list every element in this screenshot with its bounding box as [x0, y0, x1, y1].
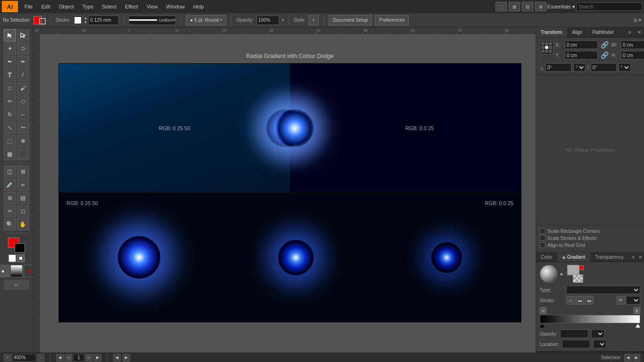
reverse-gradient-btn[interactable]: ⇄ — [540, 307, 546, 314]
tab-pathfinder[interactable]: Pathfinder — [587, 27, 619, 37]
more-options-icon[interactable]: ▾ — [639, 17, 641, 23]
reflect-tool[interactable]: ↔ — [17, 108, 29, 121]
blend-tool[interactable]: ∞ — [17, 179, 29, 191]
w-input[interactable] — [621, 41, 644, 49]
stroke-type-dropdown[interactable]: ▾ — [173, 18, 175, 22]
page-input[interactable] — [73, 354, 84, 362]
menu-object[interactable]: Object — [55, 2, 78, 11]
gradient-panel-close[interactable]: ✕ — [636, 255, 644, 260]
gradient-opacity-input[interactable] — [560, 329, 588, 338]
stroke-btn-1[interactable]: ▭ — [566, 296, 575, 304]
document-setup-button[interactable]: Document Setup — [329, 15, 372, 25]
gradient-tool[interactable]: ◫ — [4, 165, 16, 178]
column-graph-tool[interactable]: ▤ — [17, 192, 29, 204]
gradient-bar[interactable] — [540, 315, 640, 323]
tab-transform[interactable]: Transform — [536, 27, 567, 37]
stroke-down-btn[interactable]: ▼ — [83, 20, 87, 25]
mode-icon-3[interactable]: ⊟ — [522, 2, 533, 11]
tab-color[interactable]: Color — [536, 253, 557, 262]
canvas-area[interactable]: Radial Gradient with Colour Dodge RGB: 0… — [33, 27, 536, 362]
panel-toggle-icon[interactable]: ≡ — [634, 16, 637, 24]
preferences-button[interactable]: Preferences — [375, 15, 409, 25]
opacity-input[interactable] — [256, 16, 279, 25]
graph-tool[interactable]: ▦ — [4, 148, 16, 160]
menu-select[interactable]: Select — [98, 2, 120, 11]
angle2-input[interactable] — [591, 63, 617, 72]
stroke-color-box[interactable] — [15, 243, 25, 253]
stroke-value-input[interactable] — [88, 16, 119, 25]
next-artboard-btn[interactable]: ▶ — [123, 354, 130, 362]
menu-help[interactable]: Help — [190, 2, 208, 11]
zoom-out-btn[interactable]: - — [37, 354, 44, 362]
none-mode-box[interactable]: ⊘ — [24, 265, 33, 277]
link-icon[interactable]: 🔗 — [600, 41, 610, 49]
symbol-sprayer-tool[interactable]: ⊛ — [4, 192, 16, 204]
gradient-angle-select[interactable] — [626, 296, 640, 304]
link-icon-2[interactable]: 🔗 — [600, 51, 610, 59]
line-tool[interactable]: / — [17, 69, 29, 81]
stroke-btn-3[interactable]: ▬ — [585, 296, 594, 304]
scale-tool[interactable]: ⤡ — [4, 122, 16, 134]
search-input[interactable] — [576, 2, 642, 11]
bridge-icon[interactable]: ⊛ — [535, 2, 546, 11]
blob-brush-tool[interactable]: ⬭ — [17, 95, 29, 107]
transform-panel-menu[interactable]: ≡ — [625, 28, 635, 37]
mode-icon-1[interactable]: ⬚ — [495, 2, 507, 11]
status-left-btn[interactable]: ◀ — [624, 354, 632, 362]
default-colors-icon[interactable] — [17, 255, 25, 262]
menu-window[interactable]: Window — [163, 2, 189, 11]
stroke-up-btn[interactable]: ▲ — [83, 16, 87, 20]
paintbrush-tool[interactable]: 🖌 — [17, 82, 29, 94]
essentials-button[interactable]: Essentials ▾ — [547, 4, 575, 10]
gradient-arrow-icon[interactable]: ▸ — [561, 271, 563, 277]
pen-tool[interactable]: ✒ — [4, 56, 16, 68]
magic-wand-tool[interactable]: ✦ — [4, 42, 16, 55]
scale-strokes-checkbox[interactable] — [540, 235, 545, 241]
mesh-tool[interactable]: ⊞ — [17, 165, 29, 178]
pencil-tool[interactable]: ✏ — [4, 95, 16, 107]
gradient-panel-menu[interactable]: ≡ — [630, 255, 636, 260]
scale-rect-corners-checkbox[interactable] — [540, 228, 545, 234]
angle1-unit[interactable]: ° — [573, 63, 586, 72]
menu-view[interactable]: View — [143, 2, 162, 11]
gradient-location-input[interactable] — [562, 340, 590, 348]
gradient-mode-box[interactable] — [10, 265, 23, 277]
x-input[interactable] — [565, 41, 598, 49]
eraser-tool[interactable]: ◻ — [17, 205, 29, 217]
change-screen-mode-btn[interactable]: ▭ — [4, 280, 29, 289]
h-input[interactable] — [621, 51, 644, 59]
tab-align[interactable]: Align — [567, 27, 587, 37]
delete-gradient-btn[interactable]: 🗑 — [634, 307, 640, 314]
fill-stroke-stack[interactable] — [8, 238, 25, 253]
last-page-btn[interactable]: ▷ — [85, 354, 93, 362]
direct-select-tool[interactable] — [17, 29, 29, 41]
opacity-unit-select[interactable] — [591, 329, 604, 338]
style-dropdown[interactable]: ▾ — [308, 15, 319, 25]
gradient-type-select[interactable] — [566, 286, 640, 294]
slice-tool[interactable]: ✂ — [4, 205, 16, 217]
mode-icon-2[interactable]: ⊞ — [509, 2, 520, 11]
zoom-in-btn[interactable]: + — [4, 354, 11, 362]
free-transform-tool[interactable]: ⬚ — [4, 135, 16, 147]
artboard-tool[interactable]: ⬛ — [17, 148, 29, 160]
stroke-round-btn[interactable]: ● 5 pt. Round ▾ — [186, 15, 226, 25]
angle1-input[interactable] — [545, 63, 571, 72]
gradient-stop-left[interactable] — [540, 324, 545, 328]
normal-mode-box[interactable]: ■ — [0, 265, 9, 277]
transform-anchor-grid[interactable] — [540, 41, 553, 55]
rotate-tool[interactable]: ↻ — [4, 108, 16, 121]
menu-file[interactable]: File — [21, 2, 37, 11]
gradient-sphere-preview[interactable] — [540, 265, 558, 283]
type-tool[interactable]: T — [4, 69, 16, 81]
hand-tool[interactable]: ✋ — [17, 218, 29, 230]
color-swatch-area[interactable] — [566, 265, 584, 283]
shape-builder-tool[interactable]: ⊕ — [17, 135, 29, 147]
artboard-area[interactable]: Radial Gradient with Colour Dodge RGB: 0… — [40, 34, 536, 362]
first-page-btn[interactable]: ◁ — [65, 354, 72, 362]
align-pixel-checkbox[interactable] — [540, 242, 545, 248]
menu-edit[interactable]: Edit — [38, 2, 54, 11]
location-unit-select[interactable] — [593, 340, 606, 348]
fill-stroke-indicator[interactable] — [33, 15, 46, 25]
zoom-tool[interactable]: 🔍 — [4, 218, 16, 230]
gradient-angle-input-area[interactable]: ⟳ — [617, 296, 625, 304]
